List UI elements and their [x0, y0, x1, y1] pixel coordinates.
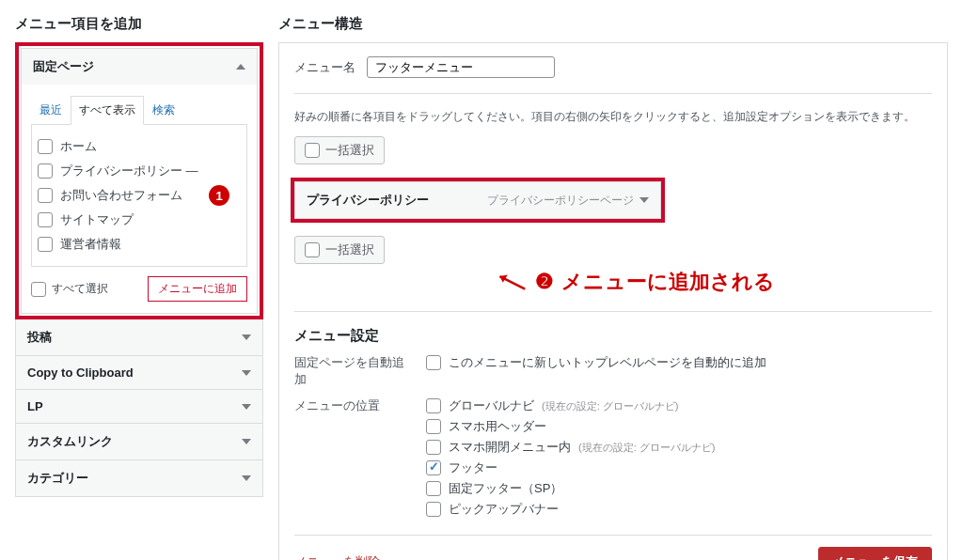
chevron-down-icon	[639, 197, 649, 203]
loc-sp-header[interactable]: スマホ用ヘッダー	[426, 418, 715, 435]
loc-pickup[interactable]: ピックアップバナー	[426, 501, 715, 518]
delete-menu-link[interactable]: メニューを削除	[294, 553, 380, 560]
list-item: サイトマップ	[38, 208, 241, 232]
select-all-label[interactable]: すべて選択	[31, 281, 108, 297]
page-label: サイトマップ	[60, 211, 134, 228]
accordion-custom[interactable]: カスタムリンク	[15, 423, 263, 459]
drag-helper-text: 好みの順番に各項目をドラッグしてください。項目の右側の矢印をクリックすると、追加…	[294, 109, 932, 125]
arrow-icon	[492, 270, 531, 294]
auto-add-label: 固定ページを自動追加	[294, 354, 407, 388]
accordion-title-posts: 投稿	[27, 329, 52, 346]
accordion-title-pages: 固定ページ	[33, 58, 94, 75]
bulk-checkbox[interactable]	[305, 242, 320, 257]
divider	[294, 93, 932, 94]
accordion-title-custom: カスタムリンク	[27, 433, 113, 450]
loc-text: グローバルナビ	[449, 397, 534, 414]
add-to-menu-button[interactable]: メニューに追加	[148, 276, 247, 302]
page-checkbox[interactable]	[38, 237, 53, 252]
accordion-lp[interactable]: LP	[15, 389, 263, 423]
bulk-select-top[interactable]: 一括選択	[294, 136, 385, 164]
auto-add-checkbox[interactable]	[426, 355, 441, 370]
page-label: お問い合わせフォーム	[60, 187, 182, 204]
page-label: プライバシーポリシー —	[60, 163, 198, 179]
chevron-up-icon	[236, 64, 245, 70]
accordion-category[interactable]: カテゴリー	[15, 459, 263, 497]
accordion-pages-header[interactable]: 固定ページ	[22, 49, 257, 85]
annotation-badge-2: ❷	[535, 270, 554, 294]
loc-text: スマホ用ヘッダー	[449, 418, 546, 435]
menu-name-input[interactable]	[367, 56, 555, 78]
chevron-down-icon	[242, 439, 251, 444]
auto-add-option[interactable]: このメニューに新しいトップレベルページを自動的に追加	[426, 354, 766, 371]
save-menu-button[interactable]: メニューを保存	[818, 547, 932, 560]
annotation-text: メニューに追加される	[561, 268, 775, 296]
accordion-title-category: カテゴリー	[27, 470, 88, 487]
loc-checkbox[interactable]	[426, 398, 441, 413]
menu-item-type: プライバシーポリシーページ	[487, 193, 649, 209]
loc-subtext: (現在の設定: グローバルナビ)	[578, 441, 715, 455]
page-label: ホーム	[60, 138, 97, 155]
accordion-title-lp: LP	[27, 399, 43, 413]
loc-footer[interactable]: フッター	[426, 459, 715, 476]
page-checkbox[interactable]	[38, 212, 53, 227]
location-label: メニューの位置	[294, 397, 407, 521]
list-item: プライバシーポリシー —	[38, 159, 241, 183]
bulk-select-label: 一括選択	[325, 142, 374, 159]
annotation-badge-1: 1	[209, 185, 229, 206]
menu-settings-heading: メニュー設定	[294, 327, 932, 345]
accordion-copy[interactable]: Copy to Clipboard	[15, 355, 263, 389]
bulk-checkbox[interactable]	[305, 143, 320, 158]
menu-name-label: メニュー名	[294, 59, 355, 76]
pages-actions: すべて選択 メニューに追加	[31, 267, 247, 302]
loc-checkbox[interactable]	[426, 481, 441, 496]
add-items-heading: メニュー項目を追加	[15, 15, 263, 33]
divider	[294, 311, 932, 312]
annotation-2: ❷ メニューに追加される	[492, 268, 932, 296]
auto-add-text: このメニューに新しいトップレベルページを自動的に追加	[449, 354, 766, 371]
chevron-down-icon	[242, 334, 251, 340]
accordion-posts[interactable]: 投稿	[15, 319, 263, 355]
loc-text: フッター	[449, 459, 497, 476]
page-checkbox[interactable]	[38, 188, 53, 203]
loc-subtext: (現在の設定: グローバルナビ)	[542, 399, 678, 413]
tab-all[interactable]: すべて表示	[71, 96, 144, 125]
page-label: 運営者情報	[60, 236, 121, 253]
loc-sp-menu[interactable]: スマホ開閉メニュー内 (現在の設定: グローバルナビ)	[426, 439, 715, 456]
loc-text: ピックアップバナー	[449, 501, 559, 518]
bulk-select-bottom[interactable]: 一括選択	[294, 236, 385, 264]
page-checkbox[interactable]	[38, 139, 53, 154]
loc-checkbox[interactable]	[426, 502, 441, 517]
loc-fixed-footer[interactable]: 固定フッター（SP）	[426, 480, 715, 497]
setting-auto-add: 固定ページを自動追加 このメニューに新しいトップレベルページを自動的に追加	[294, 354, 932, 388]
annotation-box-1: 固定ページ 最近 すべて表示 検索 ホーム プライバシーポリシー — お問い合わ…	[15, 42, 263, 319]
select-all-checkbox[interactable]	[31, 282, 46, 297]
menu-item-privacy[interactable]: プライバシーポリシー プライバシーポリシーページ	[294, 181, 661, 219]
chevron-down-icon	[242, 404, 251, 410]
menu-name-row: メニュー名	[294, 56, 932, 78]
pages-list: ホーム プライバシーポリシー — お問い合わせフォーム サイトマップ 運営者情報…	[31, 125, 247, 267]
list-item: 運営者情報	[38, 232, 241, 257]
loc-global[interactable]: グローバルナビ (現在の設定: グローバルナビ)	[426, 397, 715, 414]
footer-actions: メニューを削除 メニューを保存	[294, 535, 932, 560]
menu-structure-box: メニュー名 好みの順番に各項目をドラッグしてください。項目の右側の矢印をクリック…	[278, 42, 948, 560]
tab-search[interactable]: 検索	[144, 96, 183, 125]
page-checkbox[interactable]	[38, 163, 53, 179]
menu-structure-heading: メニュー構造	[278, 15, 948, 33]
loc-checkbox[interactable]	[426, 440, 441, 455]
select-all-text: すべて選択	[52, 281, 108, 297]
chevron-down-icon	[242, 475, 251, 481]
loc-text: スマホ開閉メニュー内	[449, 439, 571, 456]
setting-locations: メニューの位置 グローバルナビ (現在の設定: グローバルナビ) スマホ用ヘッダ…	[294, 397, 932, 521]
accordion-pages: 固定ページ 最近 すべて表示 検索 ホーム プライバシーポリシー — お問い合わ…	[21, 48, 258, 314]
menu-item-title: プライバシーポリシー	[307, 192, 429, 209]
chevron-down-icon	[242, 370, 251, 376]
pages-tabs: 最近 すべて表示 検索	[31, 96, 247, 125]
bulk-select-label: 一括選択	[325, 241, 374, 258]
tab-recent[interactable]: 最近	[31, 96, 71, 125]
accordion-title-copy: Copy to Clipboard	[27, 366, 134, 380]
loc-checkbox[interactable]	[426, 419, 441, 434]
accordion-pages-body: 最近 すべて表示 検索 ホーム プライバシーポリシー — お問い合わせフォーム …	[22, 85, 257, 313]
loc-text: 固定フッター（SP）	[449, 480, 562, 497]
list-item: ホーム	[38, 134, 241, 159]
loc-checkbox[interactable]	[426, 460, 441, 475]
